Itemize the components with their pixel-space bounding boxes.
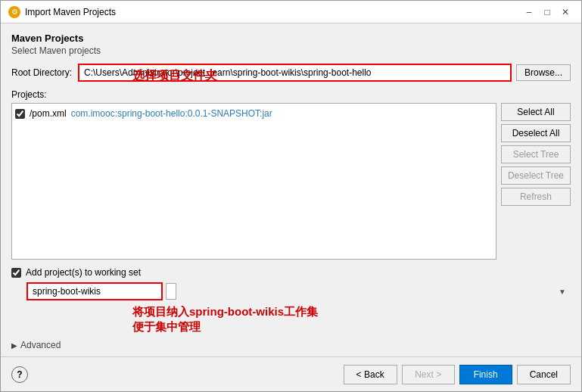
section-title: Maven Projects xyxy=(11,33,571,44)
footer-bar: ? < Back Next > Finish Cancel xyxy=(1,356,581,391)
project-path: /pom.xml xyxy=(30,108,67,119)
working-set-dropdown-wrapper: ▼ xyxy=(166,283,571,300)
side-buttons: Select All Deselect All Select Tree Dese… xyxy=(501,103,571,260)
next-button[interactable]: Next > xyxy=(402,365,455,384)
main-content: Maven Projects Select Maven projects Roo… xyxy=(1,23,581,356)
title-bar: ⚙ Import Maven Projects – □ ✕ xyxy=(1,1,581,23)
annotation-ws-area: 将项目纳入spring-boot-wikis工作集 便于集中管理 xyxy=(26,305,571,335)
dialog: ⚙ Import Maven Projects – □ ✕ Maven Proj… xyxy=(0,0,582,392)
root-dir-label: Root Directory: xyxy=(11,67,73,78)
root-dir-input-wrapper xyxy=(78,64,512,82)
browse-button[interactable]: Browse... xyxy=(516,64,571,81)
table-row: /pom.xml com.imooc:spring-boot-hello:0.0… xyxy=(15,107,493,120)
project-checkbox[interactable] xyxy=(15,109,25,119)
deselect-tree-button[interactable]: Deselect Tree xyxy=(501,166,571,185)
select-all-button[interactable]: Select All xyxy=(501,103,571,121)
finish-button[interactable]: Finish xyxy=(459,365,512,384)
gear-icon: ⚙ xyxy=(8,6,20,18)
annotation-ws-2: 便于集中管理 xyxy=(132,320,201,334)
working-set-input[interactable] xyxy=(26,282,163,300)
project-artifact: com.imooc:spring-boot-hello:0.0.1-SNAPSH… xyxy=(71,108,272,119)
projects-label: Projects: xyxy=(11,89,571,100)
working-set-row: Add project(s) to working set xyxy=(11,267,571,278)
title-bar-controls: – □ ✕ xyxy=(521,4,574,20)
annotation-ws-1: 将项目纳入spring-boot-wikis工作集 xyxy=(132,305,318,319)
back-button[interactable]: < Back xyxy=(344,365,397,384)
chevron-down-icon: ▼ xyxy=(559,288,566,296)
projects-area: /pom.xml com.imooc:spring-boot-hello:0.0… xyxy=(11,103,571,260)
projects-section: Projects: /pom.xml com.imooc:spring-boot… xyxy=(11,89,571,260)
expand-icon[interactable]: ▶ xyxy=(11,341,17,350)
dialog-title: Import Maven Projects xyxy=(25,7,116,17)
working-set-checkbox[interactable] xyxy=(11,268,21,278)
cancel-button[interactable]: Cancel xyxy=(517,365,571,384)
close-button[interactable]: ✕ xyxy=(557,4,574,20)
projects-list: /pom.xml com.imooc:spring-boot-hello:0.0… xyxy=(11,103,496,260)
help-button[interactable]: ? xyxy=(11,366,28,383)
footer-left: ? xyxy=(11,366,28,383)
maximize-button[interactable]: □ xyxy=(539,4,556,20)
root-directory-row: Root Directory: Browse... xyxy=(11,64,571,82)
advanced-section: ▶ Advanced xyxy=(11,340,571,350)
deselect-all-button[interactable]: Deselect All xyxy=(501,124,571,142)
working-set-dropdown[interactable] xyxy=(166,283,176,300)
refresh-button[interactable]: Refresh xyxy=(501,188,571,206)
advanced-label[interactable]: Advanced xyxy=(20,340,61,350)
working-set-section: Add project(s) to working set ▼ xyxy=(11,267,571,300)
select-tree-button[interactable]: Select Tree xyxy=(501,145,571,163)
title-bar-left: ⚙ Import Maven Projects xyxy=(8,6,116,18)
footer-right: < Back Next > Finish Cancel xyxy=(344,365,571,384)
working-set-input-row: ▼ xyxy=(26,282,571,300)
working-set-label: Add project(s) to working set xyxy=(26,267,141,278)
section-subtitle: Select Maven projects xyxy=(11,45,571,56)
minimize-button[interactable]: – xyxy=(521,4,537,20)
root-dir-input[interactable] xyxy=(78,64,512,82)
